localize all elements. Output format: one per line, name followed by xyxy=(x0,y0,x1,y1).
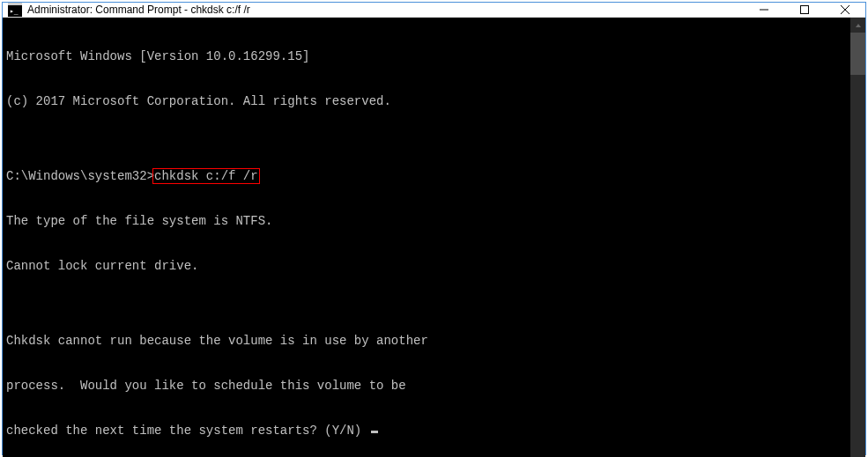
terminal-line: The type of the file system is NTFS. xyxy=(6,214,847,229)
scrollbar-thumb[interactable] xyxy=(850,33,865,75)
terminal-line: C:\Windows\system32>chkdsk c:/f /r xyxy=(6,169,847,184)
window-title: Administrator: Command Prompt - chkdsk c… xyxy=(27,4,744,16)
svg-rect-4 xyxy=(801,6,809,14)
scroll-up-arrow-icon[interactable] xyxy=(850,18,865,33)
vertical-scrollbar[interactable] xyxy=(850,18,865,457)
terminal-line: Microsoft Windows [Version 10.0.16299.15… xyxy=(6,49,847,64)
terminal-content[interactable]: Microsoft Windows [Version 10.0.16299.15… xyxy=(3,18,850,457)
minimize-button[interactable] xyxy=(744,3,784,17)
terminal-line: process. Would you like to schedule this… xyxy=(6,379,847,394)
close-button[interactable] xyxy=(825,3,865,17)
maximize-button[interactable] xyxy=(784,3,825,17)
prompt: C:\Windows\system32> xyxy=(6,169,154,183)
terminal-area: Microsoft Windows [Version 10.0.16299.15… xyxy=(3,18,865,457)
terminal-line: (c) 2017 Microsoft Corporation. All righ… xyxy=(6,94,847,109)
cursor xyxy=(371,431,378,433)
terminal-line: Chkdsk cannot run because the volume is … xyxy=(6,334,847,349)
svg-marker-7 xyxy=(856,24,861,27)
terminal-line: checked the next time the system restart… xyxy=(6,424,847,439)
window-controls xyxy=(744,3,865,17)
svg-rect-1 xyxy=(8,3,22,5)
command-prompt-window: ▸_ Administrator: Command Prompt - chkds… xyxy=(2,2,866,455)
svg-text:▸_: ▸_ xyxy=(10,7,19,15)
terminal-line: Cannot lock current drive. xyxy=(6,259,847,274)
titlebar[interactable]: ▸_ Administrator: Command Prompt - chkds… xyxy=(3,3,865,18)
cmd-icon: ▸_ xyxy=(8,3,22,17)
highlighted-command: chkdsk c:/f /r xyxy=(152,168,260,184)
